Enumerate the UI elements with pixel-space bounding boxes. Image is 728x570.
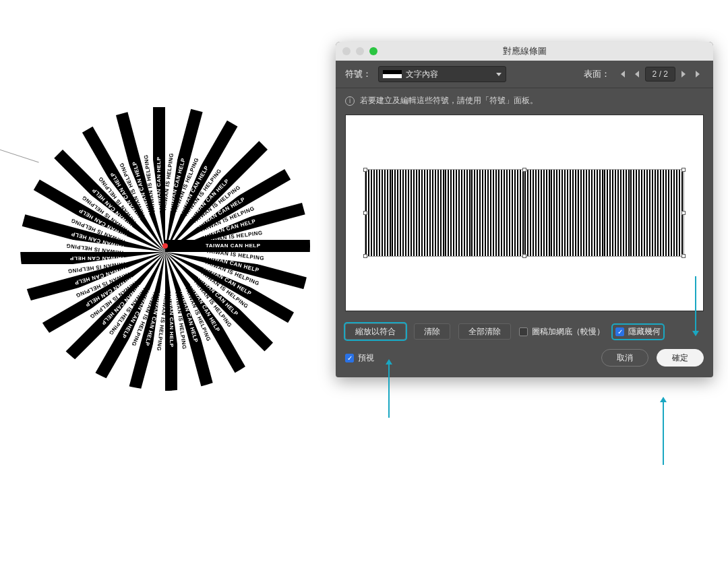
symbol-label: 符號： [345, 68, 371, 80]
preview-checkbox[interactable]: ✓ 預視 [345, 352, 374, 364]
chevron-down-icon [496, 73, 502, 76]
resize-handle[interactable] [681, 168, 686, 172]
next-surface-button[interactable] [679, 69, 689, 79]
info-text: 若要建立及編輯這些符號，請使用「符號」面板。 [360, 95, 538, 106]
checkbox-icon [519, 327, 528, 336]
last-surface-button[interactable] [693, 69, 704, 79]
action-row: 縮放以符合 清除 全部清除 圖稿加網底（較慢） ✓ 隱藏幾何 [336, 319, 713, 346]
scale-to-fit-button[interactable]: 縮放以符合 [345, 323, 406, 340]
window-minimize[interactable] [356, 47, 364, 55]
preview-area[interactable] [345, 115, 704, 311]
annotation-arrow [663, 398, 664, 465]
checkbox-icon: ✓ [615, 327, 624, 336]
shade-label: 圖稿加網底（較慢） [532, 326, 605, 338]
window-close[interactable] [342, 47, 351, 55]
titlebar: 對應線條圖 [336, 42, 713, 61]
symbol-dropdown[interactable]: 文字內容 [378, 66, 506, 82]
resize-handle[interactable] [363, 168, 367, 172]
first-surface-button[interactable] [617, 69, 628, 79]
shade-artwork-checkbox[interactable]: 圖稿加網底（較慢） [519, 326, 605, 338]
info-row: i 若要建立及編輯這些符號，請使用「符號」面板。 [336, 88, 713, 110]
artwork-center [162, 243, 168, 249]
info-icon: i [345, 96, 355, 106]
clear-button[interactable]: 清除 [414, 323, 450, 340]
preview-label: 預視 [358, 352, 374, 364]
dialog-toolbar: 符號： 文字內容 表面： 2 / 2 [336, 61, 713, 88]
resize-handle[interactable] [522, 254, 526, 258]
cancel-button[interactable]: 取消 [601, 349, 648, 367]
hide-geometry-checkbox[interactable]: ✓ 隱藏幾何 [613, 325, 663, 339]
symbol-value: 文字內容 [406, 69, 438, 80]
footer-row: ✓ 預視 取消 確定 [336, 346, 713, 377]
ok-button[interactable]: 確定 [657, 349, 704, 367]
canvas-artwork: TAIWAN IS HELPINGTAIWAN CAN HELPTAIWAN I… [20, 101, 310, 391]
map-art-dialog: 對應線條圖 符號： 文字內容 表面： 2 / 2 [336, 42, 713, 377]
preview-selection[interactable] [365, 169, 684, 257]
resize-handle[interactable] [363, 254, 367, 258]
dialog-title: 對應線條圖 [336, 45, 713, 57]
checkbox-icon: ✓ [345, 354, 354, 362]
surface-label: 表面： [584, 68, 610, 80]
prev-surface-button[interactable] [632, 69, 641, 79]
clear-all-button[interactable]: 全部清除 [458, 323, 511, 340]
guide-line [0, 141, 39, 163]
artwork-wedge: TAIWAN CAN HELP [165, 240, 310, 252]
annotation-arrow [695, 276, 696, 336]
resize-handle[interactable] [681, 254, 686, 258]
resize-handle[interactable] [363, 211, 367, 215]
window-controls [342, 47, 377, 55]
resize-handle[interactable] [681, 211, 686, 215]
window-zoom[interactable] [369, 47, 377, 55]
annotation-arrow [388, 360, 390, 418]
hide-geo-label: 隱藏幾何 [628, 326, 661, 338]
surface-paginator: 2 / 2 [617, 67, 704, 82]
resize-handle[interactable] [522, 168, 526, 172]
surface-page: 2 / 2 [645, 67, 675, 82]
symbol-swatch-icon [383, 70, 402, 78]
